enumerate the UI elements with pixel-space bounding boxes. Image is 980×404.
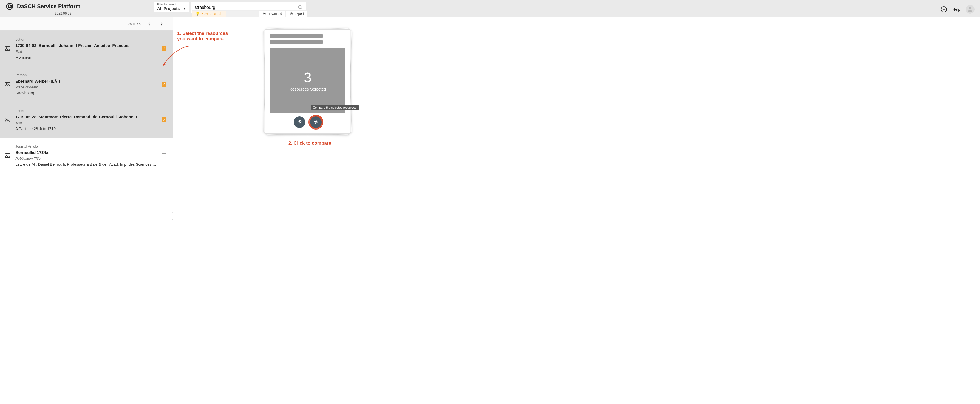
- project-filter-label: Filter by project: [157, 3, 185, 6]
- annotation-arrow: [162, 43, 195, 68]
- topbar: DaSCH Service Platform 2022.06.02 Filter…: [0, 0, 980, 17]
- result-item[interactable]: Person Eberhard Welper (d.Ä.) Place of d…: [0, 66, 173, 102]
- svg-point-1: [8, 5, 11, 8]
- result-checkbox[interactable]: ✓: [162, 82, 167, 87]
- chevron-down-icon: ▾: [184, 6, 185, 10]
- help-link[interactable]: Help: [952, 7, 960, 11]
- image-icon: [5, 81, 11, 88]
- result-value: Strasbourg: [15, 91, 158, 95]
- add-button[interactable]: +: [941, 6, 947, 12]
- brand-logo-icon: [5, 2, 14, 10]
- image-icon: [5, 45, 11, 52]
- topbar-right-actions: + Help: [941, 2, 975, 14]
- brand-title: DaSCH Service Platform: [17, 3, 80, 10]
- link-resources-button[interactable]: [294, 117, 305, 128]
- compare-icon: [313, 120, 319, 125]
- pager-prev-button[interactable]: [146, 21, 153, 27]
- blank-action: [226, 10, 259, 17]
- selection-count: 3: [304, 70, 312, 86]
- selection-summary: 3 Resources Selected Compare the selecte…: [270, 48, 345, 113]
- search-icon[interactable]: [298, 5, 303, 10]
- how-to-search-link[interactable]: 💡 How to search: [192, 10, 226, 17]
- result-value: A Paris ce 28 Juin 1719: [15, 126, 158, 131]
- user-avatar[interactable]: [966, 5, 975, 14]
- skeleton-line: [270, 34, 323, 38]
- result-type: Journal Article: [15, 144, 167, 149]
- result-field: Text: [15, 121, 167, 125]
- result-title: Bernoullid 1734a: [15, 150, 167, 155]
- selected-resources-card: 3 Resources Selected Compare the selecte…: [264, 25, 352, 138]
- result-value: Monsieur: [15, 55, 158, 59]
- result-type: Person: [15, 73, 167, 77]
- brand: DaSCH Service Platform: [5, 2, 80, 10]
- result-checkbox[interactable]: ✓: [162, 117, 167, 122]
- result-title: Eberhard Welper (d.Ä.): [15, 79, 167, 83]
- search-actions: 💡 How to search advanced expert: [192, 10, 307, 17]
- annotation-step1: 1. Select the resources you want to comp…: [177, 31, 228, 42]
- result-item[interactable]: Letter 1719-06-28_Montmort_Pierre_Remond…: [0, 102, 173, 138]
- avatar-icon: [967, 6, 974, 13]
- result-title: 1719-06-28_Montmort_Pierre_Remond_de-Ber…: [15, 115, 167, 119]
- main: 1 – 25 of 65 Letter 1730-04-02_Bernoulli…: [0, 17, 980, 404]
- svg-point-7: [264, 13, 266, 14]
- result-title: 1730-04-02_Bernoulli_Johann_I-Frezier_Am…: [15, 43, 167, 48]
- selection-label: Resources Selected: [289, 87, 326, 91]
- svg-point-2: [298, 5, 301, 8]
- compare-button[interactable]: [310, 117, 321, 128]
- result-item[interactable]: Letter 1730-04-02_Bernoulli_Johann_I-Fre…: [0, 31, 173, 66]
- pager: 1 – 25 of 65: [0, 17, 173, 31]
- result-field: Publication Title: [15, 156, 167, 161]
- link-icon: [297, 120, 302, 125]
- result-field: Place of death: [15, 85, 167, 89]
- app-root: DaSCH Service Platform 2022.06.02 Filter…: [0, 0, 980, 404]
- chevron-left-icon: [147, 21, 152, 26]
- pager-text: 1 – 25 of 65: [122, 22, 141, 26]
- detail-panel: 1. Select the resources you want to comp…: [173, 17, 980, 404]
- search-input[interactable]: [195, 5, 298, 10]
- results-list: Letter 1730-04-02_Bernoulli_Johann_I-Fre…: [0, 31, 173, 404]
- project-filter-dropdown[interactable]: Filter by project All Projects ▾: [154, 2, 189, 12]
- result-type: Letter: [15, 37, 167, 42]
- lightbulb-icon: 💡: [196, 12, 200, 16]
- result-field: Text: [15, 50, 167, 54]
- image-icon: [5, 117, 11, 123]
- svg-point-9: [969, 7, 971, 10]
- result-item[interactable]: Journal Article Bernoullid 1734a Publica…: [0, 138, 173, 174]
- advanced-search-icon: [262, 12, 266, 16]
- card-actions: [270, 117, 345, 129]
- chevron-right-icon: [159, 21, 164, 26]
- result-checkbox[interactable]: [162, 153, 167, 158]
- svg-line-3: [301, 8, 302, 10]
- advanced-search-link[interactable]: advanced: [259, 10, 286, 17]
- expert-search-link[interactable]: expert: [286, 10, 307, 17]
- brand-version: 2022.06.02: [55, 11, 71, 15]
- image-icon: [5, 152, 11, 159]
- result-type: Letter: [15, 109, 167, 113]
- pager-next-button[interactable]: [158, 21, 165, 27]
- card-front: 3 Resources Selected Compare the selecte…: [265, 29, 350, 134]
- annotation-step2: 2. Click to compare: [288, 141, 331, 146]
- results-panel: 1 – 25 of 65 Letter 1730-04-02_Bernoulli…: [0, 17, 173, 404]
- compare-tooltip: Compare the selected resources: [311, 105, 359, 110]
- skeleton-line: [270, 40, 323, 44]
- project-filter-value: All Projects: [157, 6, 180, 11]
- expert-icon: [289, 12, 293, 16]
- result-value: Lettre de Mr. Daniel Bernoulli, Professe…: [15, 162, 158, 167]
